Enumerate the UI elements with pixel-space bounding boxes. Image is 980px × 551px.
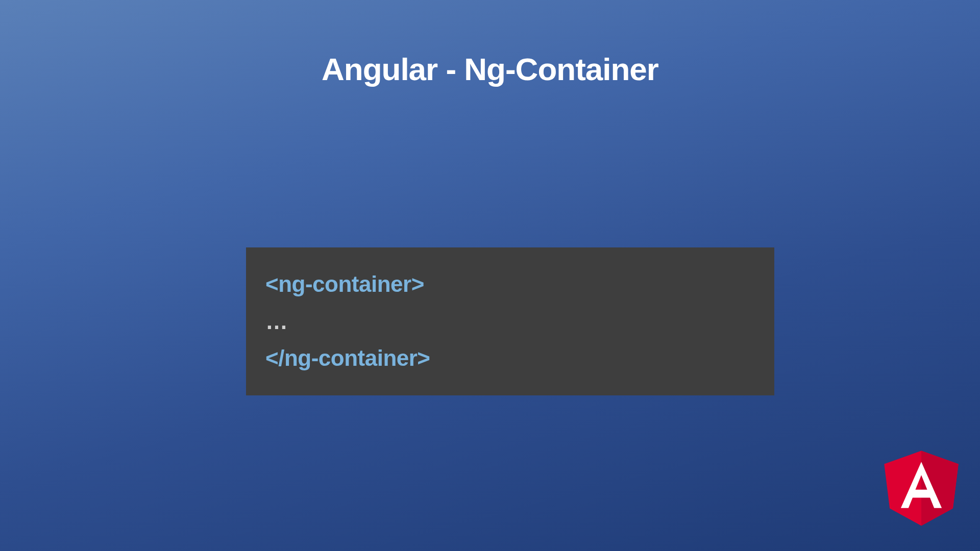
code-open-tag: <ng-container> xyxy=(265,266,755,303)
angular-logo-icon xyxy=(878,441,965,533)
slide-title: Angular - Ng-Container xyxy=(322,51,658,87)
code-ellipsis: … xyxy=(265,303,755,340)
code-block: <ng-container> … </ng-container> xyxy=(246,247,774,395)
code-close-tag: </ng-container> xyxy=(265,340,755,377)
